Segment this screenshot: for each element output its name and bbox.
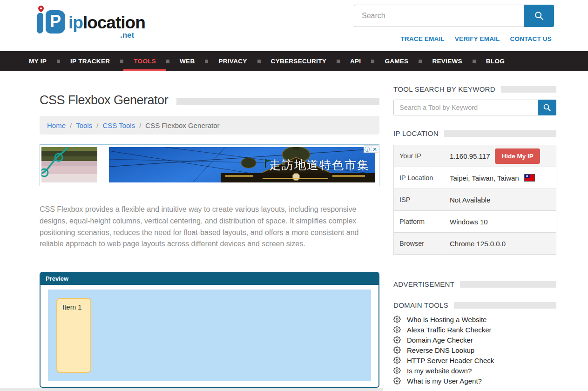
heading-decorative-bar [460,281,556,288]
logo-i-glyph [37,13,43,34]
table-row: Platform Windows 10 [394,211,556,233]
row-label: Your IP [394,145,443,167]
nav-item-web[interactable]: WEB [169,51,205,71]
list-item[interactable]: Reverse DNS Lookup [393,345,556,355]
nav-item-reviews[interactable]: REVIEWS [422,51,472,71]
breadcrumb-tools[interactable]: Tools [76,121,92,129]
breadcrumb-separator: / [139,121,141,129]
title-row: CSS Flexbox Generator [40,93,379,108]
hide-my-ip-button[interactable]: Hide My IP [495,148,540,164]
breadcrumb-home[interactable]: Home [47,121,66,129]
domain-tool-link[interactable]: Domain Age Checker [407,336,473,344]
ad-close-icon[interactable]: ✕ [371,145,378,153]
list-item[interactable]: What is my User Agent? [393,376,556,386]
domain-tool-link[interactable]: Reverse DNS Lookup [407,346,474,354]
tool-search-input[interactable] [393,100,538,115]
advertisement-heading-text: ADVERTISEMENT [393,280,454,288]
domain-tool-link[interactable]: What is my User Agent? [407,377,482,385]
breadcrumb-current: CSS Flexbox Generator [145,121,219,129]
table-row: ISP Not Available [394,189,556,211]
platform-value: Windows 10 [443,211,556,233]
domain-tools-heading-text: DOMAIN TOOLS [393,301,448,309]
table-row: Browser Chrome 125.0.0.0 [394,233,556,255]
main-nav: MY IP IP TRACKER TOOLS WEB PRIVACY CYBER… [0,51,588,71]
location-pin-icon [37,5,45,13]
nav-item-privacy[interactable]: PRIVACY [208,51,257,71]
ad-overlay-text: 走訪地道特色市集 [269,157,370,173]
gear-icon [393,316,401,323]
header-search-button[interactable] [524,5,554,27]
preview-panel: Preview Item 1 [40,272,379,388]
search-icon [543,103,551,112]
ip-location-heading: IP LOCATION [393,129,556,137]
ad-thumbnail-image[interactable] [41,147,97,182]
domain-tool-link[interactable]: Who is Hosting a Website [407,316,487,324]
gear-icon [393,377,401,384]
gear-icon [393,367,401,374]
header-links: TRACE EMAIL VERIFY EMAIL CONTACT US [400,35,552,42]
ad-main-image[interactable]: 走訪地道特色市集 [109,147,375,182]
site-logo[interactable]: P iplocation .net [35,5,147,42]
domain-tool-link[interactable]: HTTP Server Header Check [407,357,494,364]
list-item[interactable]: HTTP Server Header Check [393,355,556,365]
your-ip-value: 1.160.95.117 [450,152,490,160]
row-label: Platform [394,211,443,233]
contact-us-link[interactable]: CONTACT US [510,35,552,42]
list-item[interactable]: Is my website down? [393,365,556,376]
row-label: ISP [394,189,443,211]
list-item[interactable]: Who is Hosting a Website [393,314,556,324]
breadcrumb-css-tools[interactable]: CSS Tools [102,121,135,129]
ip-location-value: Taipei, Taiwan, Taiwan [450,174,519,182]
nav-separator [337,60,340,63]
ad-banner: 走訪地道特色市集 ⓘ ✕ [40,144,379,186]
verify-email-link[interactable]: VERIFY EMAIL [455,35,500,42]
row-label: Browser [394,233,443,255]
table-row: IP Location Taipei, Taiwan, Taiwan [394,167,556,189]
nav-item-my-ip[interactable]: MY IP [19,51,57,71]
tool-search [393,100,556,115]
ip-location-heading-text: IP LOCATION [393,129,439,137]
domain-tool-link[interactable]: Is my website down? [407,367,472,375]
search-icon [534,11,544,21]
row-label: IP Location [394,167,443,189]
tool-search-heading-text: TOOL SEARCH BY KEYWORD [393,85,495,93]
tool-search-button[interactable] [538,100,556,115]
nav-separator [120,60,123,63]
nav-separator [419,60,422,63]
preview-panel-body: Item 1 [41,285,378,388]
taiwan-flag-icon [524,174,535,182]
nav-separator [371,60,374,63]
gear-icon [393,346,401,354]
nav-item-ip-tracker[interactable]: IP TRACKER [60,51,120,71]
list-item[interactable]: Alexa Traffic Rank Checker [393,324,556,335]
heading-decorative-bar [444,130,556,137]
title-decorative-bar [176,98,379,105]
tool-description: CSS Flexbox provides a flexible and intu… [40,204,379,250]
nav-item-blog[interactable]: BLOG [476,51,515,71]
nav-separator [205,60,208,63]
breadcrumb-separator: / [96,121,98,129]
logo-tld: .net [120,31,134,40]
browser-value: Chrome 125.0.0.0 [443,233,556,255]
nav-separator [57,60,60,63]
domain-tool-link[interactable]: Alexa Traffic Rank Checker [407,326,491,334]
nav-separator [166,60,169,63]
page: P iplocation .net TRACE EMAIL VERIFY EMA… [0,0,588,391]
domain-tools-heading: DOMAIN TOOLS [393,301,556,309]
nav-item-games[interactable]: GAMES [374,51,419,71]
header: P iplocation .net TRACE EMAIL VERIFY EMA… [0,0,588,51]
nav-item-cybersecurity[interactable]: CYBERSECURITY [261,51,337,71]
trace-email-link[interactable]: TRACE EMAIL [400,35,444,42]
nav-item-tools[interactable]: TOOLS [123,51,166,71]
header-search-input[interactable] [354,5,524,27]
table-row: Your IP 1.160.95.117 Hide My IP [394,145,556,167]
logo-p-glyph: P [46,10,65,34]
ad-info-icon[interactable]: ⓘ [364,145,371,153]
list-item[interactable]: Domain Age Checker [393,335,556,345]
flexbox-preview-container: Item 1 [48,290,371,381]
logo-word-location: location [83,13,145,32]
nav-item-api[interactable]: API [340,51,371,71]
logo-wordmark: iplocation [68,13,145,33]
gear-icon [393,336,401,344]
ip-info-table: Your IP 1.160.95.117 Hide My IP IP Locat… [393,145,556,255]
